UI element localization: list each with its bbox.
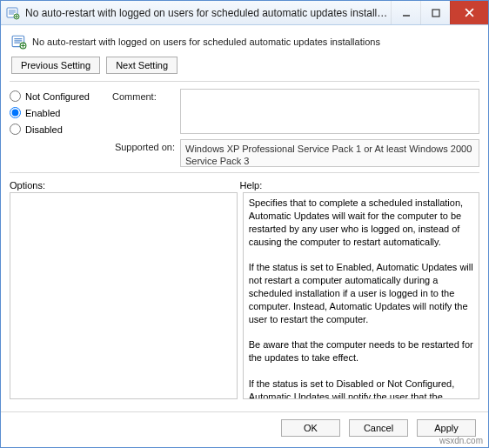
comment-input[interactable]: [180, 89, 479, 134]
divider: [10, 172, 479, 173]
policy-icon: [11, 34, 27, 50]
radio-enabled[interactable]: Enabled: [10, 107, 112, 118]
options-pane[interactable]: [10, 192, 238, 399]
window-buttons: [391, 1, 488, 24]
next-setting-button[interactable]: Next Setting: [106, 57, 178, 74]
dialog-footer: OK Cancel Apply: [1, 411, 488, 439]
help-label: Help:: [240, 180, 479, 191]
supported-value: Windows XP Professional Service Pack 1 o…: [180, 139, 479, 167]
radio-disabled-input[interactable]: [10, 124, 21, 135]
radio-enabled-input[interactable]: [10, 107, 21, 118]
radio-not-configured[interactable]: Not Configured: [10, 90, 112, 102]
previous-setting-button[interactable]: Previous Setting: [11, 57, 100, 74]
svg-rect-2: [432, 10, 439, 17]
apply-button[interactable]: Apply: [417, 419, 476, 437]
policy-icon: [6, 6, 20, 20]
pane-labels: Options: Help:: [10, 180, 479, 191]
window-title: No auto-restart with logged on users for…: [25, 7, 391, 19]
nav-buttons: Previous Setting Next Setting: [10, 57, 479, 81]
radio-disabled[interactable]: Disabled: [10, 124, 112, 135]
close-button[interactable]: [450, 1, 488, 24]
radio-not-configured-label: Not Configured: [25, 91, 90, 102]
radio-disabled-label: Disabled: [25, 124, 63, 135]
ok-button[interactable]: OK: [281, 419, 340, 437]
minimize-button[interactable]: [391, 1, 420, 24]
maximize-button[interactable]: [420, 1, 450, 24]
policy-name: No auto-restart with logged on users for…: [32, 37, 380, 47]
state-radio-group: Not Configured Enabled Disabled: [10, 89, 112, 140]
supported-label: Supported on:: [112, 139, 180, 152]
options-label: Options:: [10, 180, 240, 191]
radio-not-configured-input[interactable]: [10, 90, 21, 102]
comment-label: Comment:: [112, 89, 180, 102]
policy-subheader: No auto-restart with logged on users for…: [10, 30, 479, 57]
help-pane[interactable]: Specifies that to complete a scheduled i…: [243, 192, 479, 399]
divider: [10, 81, 479, 82]
radio-enabled-label: Enabled: [25, 108, 60, 118]
cancel-button[interactable]: Cancel: [349, 419, 408, 437]
titlebar: No auto-restart with logged on users for…: [1, 1, 488, 25]
